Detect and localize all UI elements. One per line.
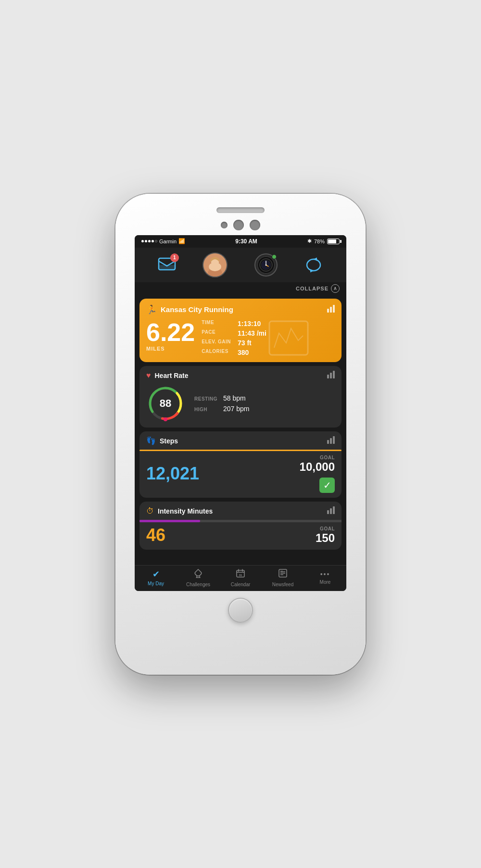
hr-gauge: 88 xyxy=(146,384,185,423)
watch-button[interactable] xyxy=(254,253,278,277)
steps-goal-achieved-icon: ✓ xyxy=(319,478,335,493)
miles-label: MILES xyxy=(146,346,195,352)
bluetooth-icon: ✱ xyxy=(307,238,312,244)
stat-value-pace: 11:43 /mi xyxy=(238,329,266,337)
battery-percent: 78% xyxy=(314,239,325,244)
watch-face xyxy=(257,256,275,274)
tab-more[interactable]: ••• More xyxy=(308,570,342,585)
hr-resting-value: 58 bpm xyxy=(223,394,246,402)
intensity-icon: ⏱ xyxy=(146,507,154,516)
stat-value-elev: 73 ft xyxy=(238,339,266,347)
steps-progress-bar xyxy=(139,450,342,451)
hr-high-label: HIGH xyxy=(194,407,218,412)
steps-icon: 👣 xyxy=(146,436,156,445)
inbox-button[interactable]: 1 xyxy=(158,256,176,274)
collapse-row: COLLAPSE ∧ xyxy=(135,282,346,295)
battery-bar xyxy=(327,239,340,244)
battery-fill xyxy=(328,239,336,243)
status-bar: Garmin 📶 9:30 AM ✱ 78% xyxy=(135,235,346,248)
watch-face-svg xyxy=(259,258,273,272)
signal-dot-3 xyxy=(148,240,151,242)
svg-rect-27 xyxy=(280,570,283,572)
intensity-title-row: ⏱ Intensity Minutes xyxy=(146,507,213,516)
heart-chart-button[interactable] xyxy=(327,371,335,380)
status-right: ✱ 78% xyxy=(307,238,340,244)
heart-rate-title-row: ♥ Heart Rate xyxy=(146,371,189,380)
intensity-chart-button[interactable] xyxy=(327,506,335,516)
running-chart-button[interactable] xyxy=(327,305,335,314)
miles-block: 6.22 MILES xyxy=(146,320,195,356)
signal-dot-1 xyxy=(141,240,144,242)
intensity-title: Intensity Minutes xyxy=(158,507,213,515)
intensity-goal-value: 150 xyxy=(316,531,335,545)
wifi-icon: 📶 xyxy=(178,238,185,244)
tab-my-day[interactable]: ✔ My Day xyxy=(139,569,173,586)
steps-goal-value: 10,000 xyxy=(300,460,335,474)
tab-challenges[interactable]: Challenges xyxy=(181,568,215,587)
tab-challenges-icon xyxy=(193,568,203,580)
online-indicator xyxy=(272,254,277,259)
run-icon: 🏃 xyxy=(146,304,157,315)
running-card[interactable]: 🏃 Kansas City Running 6.22 MIL xyxy=(139,299,342,362)
avatar-image xyxy=(203,253,227,277)
signal-dot-4 xyxy=(152,240,154,242)
steps-chart-bars-icon xyxy=(327,436,335,444)
stat-label-time: TIME xyxy=(202,320,231,327)
running-card-title-row: 🏃 Kansas City Running xyxy=(146,304,233,315)
running-card-header: 🏃 Kansas City Running xyxy=(146,304,335,315)
camera-area xyxy=(221,220,260,230)
stat-value-time: 1:13:10 xyxy=(238,320,266,327)
steps-header: 👣 Steps xyxy=(146,436,335,446)
steps-card[interactable]: 👣 Steps 12,021 xyxy=(139,431,342,498)
hr-high-value: 207 bpm xyxy=(223,405,249,413)
phone-device: Garmin 📶 9:30 AM ✱ 78% 1 xyxy=(115,194,366,675)
collapse-chevron-icon: ∧ xyxy=(331,284,340,293)
steps-chart-button[interactable] xyxy=(327,436,335,446)
signal-dot-2 xyxy=(145,240,147,242)
inbox-badge: 1 xyxy=(170,253,179,262)
running-stats-grid: TIME 1:13:10 PACE 11:43 /mi ELEV. GAIN 7… xyxy=(202,320,266,356)
intensity-goal-label: GOAL xyxy=(316,526,335,531)
miles-value: 6.22 xyxy=(146,320,195,345)
avatar-svg xyxy=(203,252,227,277)
steps-goal-label: GOAL xyxy=(300,455,335,460)
speaker-grille xyxy=(216,207,265,213)
profile-avatar-button[interactable] xyxy=(203,252,228,277)
stat-label-elev: ELEV. GAIN xyxy=(202,339,231,347)
svg-point-17 xyxy=(164,417,167,421)
stat-label-cal: CALORIES xyxy=(202,349,231,356)
tab-more-label: More xyxy=(320,579,331,585)
speaker-dot xyxy=(250,220,260,230)
signal-dots xyxy=(141,240,157,242)
hr-resting-label: RESTING xyxy=(194,396,218,402)
heart-rate-card[interactable]: ♥ Heart Rate xyxy=(139,366,342,428)
heart-rate-title: Heart Rate xyxy=(155,372,189,379)
tab-calendar[interactable]: 31 Calendar xyxy=(224,568,257,587)
steps-title-row: 👣 Steps xyxy=(146,436,178,445)
tab-newsfeed-icon xyxy=(278,568,288,580)
carrier-name: Garmin xyxy=(159,239,177,244)
stat-value-cal: 380 xyxy=(238,349,266,356)
avatar xyxy=(203,252,228,277)
screen-content: 🏃 Kansas City Running 6.22 MIL xyxy=(135,295,346,565)
sync-button[interactable] xyxy=(304,255,323,275)
app-header: 1 xyxy=(135,248,346,282)
svg-point-11 xyxy=(265,264,266,265)
status-left: Garmin 📶 xyxy=(141,238,185,244)
intensity-card[interactable]: ⏱ Intensity Minutes xyxy=(139,502,342,550)
steps-goal-block: GOAL 10,000 xyxy=(300,455,335,474)
steps-title: Steps xyxy=(160,437,178,445)
hr-center-value: 88 xyxy=(160,397,171,410)
collapse-button[interactable]: COLLAPSE ∧ xyxy=(296,284,340,293)
signal-dot-5 xyxy=(155,240,157,242)
heart-rate-header: ♥ Heart Rate xyxy=(146,371,335,380)
phone-screen: Garmin 📶 9:30 AM ✱ 78% 1 xyxy=(135,235,346,591)
tab-challenges-label: Challenges xyxy=(186,582,210,587)
hr-stats: RESTING 58 bpm HIGH 207 bpm xyxy=(194,394,249,413)
tab-newsfeed[interactable]: Newsfeed xyxy=(266,568,300,587)
status-time: 9:30 AM xyxy=(235,238,257,245)
home-button[interactable] xyxy=(228,598,253,623)
svg-rect-12 xyxy=(269,321,308,355)
tab-calendar-label: Calendar xyxy=(231,582,251,587)
heart-icon: ♥ xyxy=(146,371,151,380)
